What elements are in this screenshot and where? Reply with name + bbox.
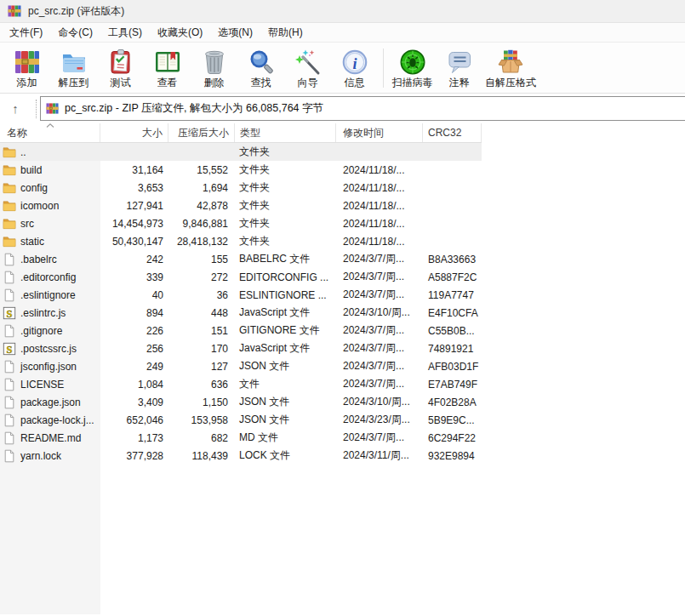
type-cell: 文件夹 — [235, 143, 336, 161]
file-row[interactable]: .editorconfig339272EDITORCONFIG ...2024/… — [0, 268, 685, 286]
extract-to-label: 解压到 — [59, 77, 89, 88]
file-name: .eslintignore — [20, 289, 76, 301]
archive-path-field[interactable]: pc_src.zip - ZIP 压缩文件, 解包大小为 66,085,764 … — [40, 96, 685, 121]
file-row[interactable]: package.json3,4091,150JSON 文件2024/3/10/周… — [0, 393, 685, 411]
modified-cell: 2024/3/7/周... — [336, 339, 423, 357]
size-cell: 14,454,973 — [100, 214, 168, 232]
toolbar-grip — [36, 100, 37, 118]
folder-row[interactable]: config3,6531,694文件夹2024/11/18/... — [0, 179, 685, 197]
menu-item-favorites[interactable]: 收藏夹(O) — [150, 23, 210, 43]
name-cell: src — [0, 214, 100, 232]
delete-label: 删除 — [204, 77, 225, 88]
test-button[interactable]: 测试 — [97, 48, 144, 88]
menu-item-tools[interactable]: 工具(S) — [100, 23, 150, 43]
menu-item-file[interactable]: 文件(F) — [2, 23, 50, 43]
info-button[interactable]: i信息 — [331, 48, 378, 88]
crc-cell — [423, 179, 482, 197]
file-row[interactable]: S.postcssrc.js256170JavaScript 文件2024/3/… — [0, 339, 685, 357]
column-header-crc[interactable]: CRC32 — [423, 123, 482, 142]
folder-icon — [3, 235, 16, 248]
column-header-size[interactable]: 大小 — [100, 123, 168, 142]
add-archive-icon — [14, 48, 41, 76]
view-button[interactable]: 查看 — [144, 48, 191, 88]
column-header-label: CRC32 — [428, 127, 461, 139]
delete-button[interactable]: 删除 — [191, 48, 237, 88]
modified-cell: 2024/11/18/... — [336, 179, 423, 197]
file-row[interactable]: LICENSE1,084636文件2024/3/7/周...E7AB749F — [0, 375, 685, 393]
file-row[interactable]: S.eslintrc.js894448JavaScript 文件2024/3/1… — [0, 304, 685, 322]
file-name: package.json — [20, 396, 81, 408]
name-cell: jsconfig.json — [0, 357, 100, 375]
packed-cell: 448 — [168, 304, 235, 322]
file-row[interactable]: .eslintignore4036ESLINTIGNORE ...2024/3/… — [0, 286, 685, 304]
name-cell: S.eslintrc.js — [0, 304, 100, 322]
toolbar-separator — [383, 48, 384, 88]
virus-scan-button[interactable]: 扫描病毒 — [389, 48, 436, 88]
extract-to-button[interactable]: 解压到 — [50, 48, 97, 88]
menu-item-commands[interactable]: 命令(C) — [50, 23, 100, 43]
virus-scan-icon — [399, 48, 426, 76]
packed-cell: 153,958 — [168, 411, 235, 429]
updir-row[interactable]: ..文件夹 — [0, 143, 482, 161]
modified-cell: 2024/3/11/周... — [336, 447, 423, 465]
column-header-type[interactable]: 类型 — [235, 123, 336, 142]
crc-cell: 932E9894 — [423, 447, 482, 465]
find-button[interactable]: 查找 — [237, 48, 284, 88]
menu-item-options[interactable]: 选项(N) — [210, 23, 260, 43]
file-icon — [3, 271, 16, 284]
file-row[interactable]: jsconfig.json249127JSON 文件2024/3/7/周...A… — [0, 357, 685, 375]
file-icon — [3, 396, 16, 409]
file-row[interactable]: yarn.lock377,928118,439LOCK 文件2024/3/11/… — [0, 447, 685, 465]
sort-ascending-icon — [46, 123, 54, 128]
size-cell: 1,173 — [100, 429, 168, 447]
size-cell: 127,941 — [100, 197, 168, 214]
window-title: pc_src.zip (评估版本) — [28, 4, 124, 19]
packed-cell: 151 — [168, 322, 235, 339]
name-cell: config — [0, 179, 100, 197]
column-header-modified[interactable]: 修改时间 — [336, 123, 423, 142]
crc-cell: E4F10CFA — [423, 304, 482, 322]
size-cell: 894 — [100, 304, 168, 322]
file-row[interactable]: package-lock.j...652,046153,958JSON 文件20… — [0, 411, 685, 429]
packed-cell: 682 — [168, 429, 235, 447]
name-cell: build — [0, 161, 100, 179]
file-icon — [3, 324, 16, 338]
modified-cell: 2024/3/7/周... — [336, 357, 423, 375]
name-cell: package-lock.j... — [0, 411, 100, 429]
folder-row[interactable]: icomoon127,94142,878文件夹2024/11/18/... — [0, 197, 685, 214]
packed-cell: 9,846,881 — [168, 214, 235, 232]
toolbar: 添加解压到测试查看删除查找向导i信息扫描病毒注释自解压格式 — [0, 43, 685, 94]
column-header-packed[interactable]: 压缩后大小 — [168, 123, 235, 142]
file-icon — [3, 431, 16, 445]
name-cell: package.json — [0, 393, 100, 411]
modified-cell: 2024/11/18/... — [336, 161, 423, 179]
file-name: jsconfig.json — [20, 361, 77, 373]
file-row[interactable]: .babelrc242155BABELRC 文件2024/3/7/周...B8A… — [0, 250, 685, 268]
comment-button[interactable]: 注释 — [436, 48, 482, 88]
file-name: .gitignore — [20, 325, 62, 337]
sfx-button[interactable]: 自解压格式 — [482, 48, 539, 88]
column-header-name[interactable]: 名称 — [0, 123, 100, 142]
folder-icon — [3, 181, 16, 195]
column-header-label: 大小 — [142, 126, 163, 140]
file-row[interactable]: .gitignore226151GITIGNORE 文件2024/3/7/周..… — [0, 322, 685, 339]
wizard-button[interactable]: 向导 — [284, 48, 331, 88]
column-header-label: 压缩后大小 — [178, 126, 229, 140]
name-cell: LICENSE — [0, 375, 100, 393]
menu-item-help[interactable]: 帮助(H) — [260, 23, 311, 43]
folder-icon — [3, 163, 16, 177]
add-button[interactable]: 添加 — [3, 48, 50, 88]
file-row[interactable]: README.md1,173682MD 文件2024/3/7/周...6C294… — [0, 429, 685, 447]
view-book-icon — [154, 48, 181, 76]
up-directory-button[interactable]: ↑ — [4, 98, 26, 120]
file-rows: ..文件夹build31,16415,552文件夹2024/11/18/...c… — [0, 143, 685, 465]
size-cell: 339 — [100, 268, 168, 286]
file-list: ..文件夹build31,16415,552文件夹2024/11/18/...c… — [0, 143, 685, 616]
folder-row[interactable]: src14,454,9739,846,881文件夹2024/11/18/... — [0, 214, 685, 232]
packed-cell: 1,694 — [168, 179, 235, 197]
folder-row[interactable]: static50,430,14728,418,132文件夹2024/11/18/… — [0, 232, 685, 250]
size-cell: 31,164 — [100, 161, 168, 179]
size-cell: 242 — [100, 250, 168, 268]
type-cell: EDITORCONFIG ... — [235, 268, 336, 286]
folder-row[interactable]: build31,16415,552文件夹2024/11/18/... — [0, 161, 685, 179]
